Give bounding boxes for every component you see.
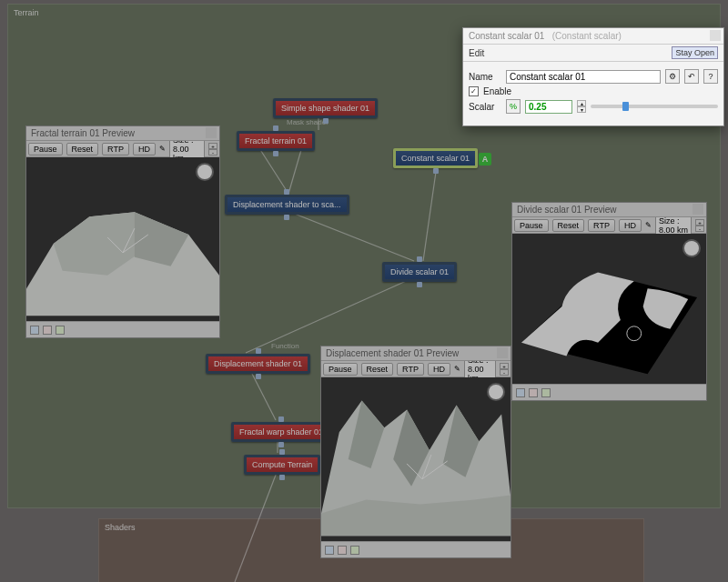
size-stepper[interactable]: +- [500,363,509,376]
reset-button[interactable]: Reset [552,219,585,232]
navball-icon [489,385,503,399]
preview-toolbar: Pause Reset RTP HD ✎ Size : 8.00 km +- [26,141,219,157]
node-simple-shape-shader[interactable]: Simple shape shader 01 [273,98,378,118]
mode-icon-2[interactable] [338,546,347,555]
hd-button[interactable]: HD [133,143,156,156]
rtp-button[interactable]: RTP [102,143,129,156]
name-field[interactable] [506,70,661,84]
svg-line-8 [235,470,278,582]
inspector-menu: Edit Stay Open [463,45,723,62]
preview-bottom-bar [26,321,219,337]
undo-icon[interactable]: ↶ [684,69,699,84]
node-displacement-to-scalar[interactable]: Displacement shader to sca... [225,195,349,215]
stay-open-button[interactable]: Stay Open [672,46,718,59]
close-icon[interactable] [206,127,217,138]
navball-icon [684,241,699,256]
scalar-stepper[interactable]: ▴▾ [577,100,586,113]
preview-title[interactable]: Divide scalar 01 Preview [512,203,706,217]
enable-checkbox[interactable]: ✓ [469,86,479,96]
reset-button[interactable]: Reset [66,143,99,156]
hd-button[interactable]: HD [428,363,450,376]
preview-title[interactable]: Displacement shader 01 Preview [321,346,511,361]
preview-viewport[interactable] [26,157,219,321]
node-divide-scalar[interactable]: Divide scalar 01 [382,262,457,282]
edge-label-mask: Mask shader [287,118,329,126]
mode-icon[interactable] [30,326,39,335]
inspector-title[interactable]: Constant scalar 01 (Constant scalar) [463,28,723,45]
scalar-label: Scalar [469,102,501,112]
mode-icon-3[interactable] [350,546,359,555]
gear-icon[interactable]: ⚙ [665,69,680,84]
node-fractal-terrain[interactable]: Fractal terrain 01 [237,131,315,151]
svg-line-6 [250,370,276,420]
name-label: Name [469,72,501,82]
mode-icon[interactable] [516,388,525,397]
node-displacement-shader[interactable]: Displacement shader 01 [206,354,310,374]
scalar-field[interactable] [525,100,572,114]
preview-title[interactable]: Fractal terrain 01 Preview [26,126,219,141]
type-icon[interactable]: % [506,99,521,114]
preview-fractal-terrain[interactable]: Fractal terrain 01 Preview Pause Reset R… [25,125,220,338]
hd-button[interactable]: HD [619,219,642,232]
preview-viewport[interactable] [512,234,706,384]
rtp-button[interactable]: RTP [397,363,424,376]
scalar-slider[interactable] [591,105,718,108]
size-stepper[interactable]: +- [208,143,217,156]
svg-line-3 [423,166,437,261]
mode-icon-2[interactable] [43,326,52,335]
svg-line-4 [288,211,414,261]
mode-icon-2[interactable] [529,388,538,397]
help-icon[interactable]: ? [703,69,718,84]
edit-menu[interactable]: Edit [469,48,484,58]
preview-viewport[interactable] [321,377,511,541]
pause-button[interactable]: Pause [28,143,63,156]
reset-button[interactable]: Reset [361,363,394,376]
node-fractal-warp-shader[interactable]: Fractal warp shader 01 [231,422,331,442]
node-constant-scalar[interactable]: Constant scalar 01A [393,148,478,168]
mode-icon[interactable] [325,546,334,555]
mode-icon-3[interactable] [541,388,551,397]
size-stepper[interactable]: +- [695,219,704,232]
close-icon[interactable] [710,30,721,41]
property-inspector[interactable]: Constant scalar 01 (Constant scalar) Edi… [462,27,724,126]
navball-icon [197,165,212,179]
close-icon[interactable] [497,347,508,358]
edge-label-function: Function [271,342,299,350]
enable-label: Enable [483,86,511,96]
node-compute-terrain[interactable]: Compute Terrain [244,455,320,475]
pause-button[interactable]: Pause [514,219,549,232]
rtp-button[interactable]: RTP [588,219,615,232]
preview-divide-scalar[interactable]: Divide scalar 01 Preview Pause Reset RTP… [511,202,707,401]
preview-displacement-shader[interactable]: Displacement shader 01 Preview Pause Res… [320,346,511,558]
close-icon[interactable] [693,204,703,215]
anim-badge: A [479,153,491,166]
mode-icon-3[interactable] [56,326,65,335]
size-field[interactable]: Size : 8.00 km [655,215,692,236]
pause-button[interactable]: Pause [323,363,358,376]
